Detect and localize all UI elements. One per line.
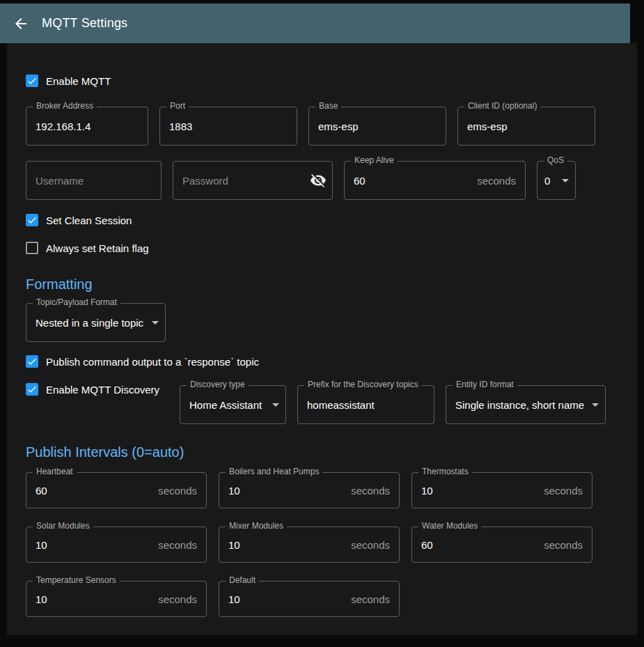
qos-value: 0 <box>544 175 550 187</box>
interval-suffix: seconds <box>158 539 197 551</box>
app-header: MQTT Settings <box>0 3 630 43</box>
entity-id-format-select[interactable]: Entity ID format Single instance, short … <box>446 385 606 424</box>
port-label: Port <box>166 101 189 111</box>
check-icon <box>26 356 38 367</box>
interval-thermostats-field[interactable]: Thermostats 10 seconds <box>411 472 592 508</box>
checkbox-checked-icon <box>26 355 38 368</box>
interval-solar-field[interactable]: Solar Modules 10 seconds <box>26 527 207 563</box>
broker-address-label: Broker Address <box>33 101 97 111</box>
broker-settings-row: Broker Address 192.168.1.4 Port 1883 Bas… <box>26 107 618 146</box>
checkbox-checked-icon <box>26 75 38 87</box>
topic-format-label: Topic/Payload Format <box>33 297 120 308</box>
interval-suffix: seconds <box>351 485 390 497</box>
dropdown-arrow-icon <box>592 403 599 407</box>
client-id-value: ems-esp <box>467 120 508 132</box>
discovery-type-value: Home Assistant <box>189 399 262 411</box>
qos-label: QoS <box>544 155 567 166</box>
enable-discovery-label: Enable MQTT Discovery <box>46 384 159 396</box>
topic-format-select[interactable]: Topic/Payload Format Nested in a single … <box>26 303 166 342</box>
scrollbar-track[interactable] <box>630 3 644 43</box>
toggle-password-visibility-button[interactable] <box>310 172 327 189</box>
interval-water-field[interactable]: Water Modules 60 seconds <box>411 527 592 563</box>
checkbox-unchecked-icon <box>26 242 38 254</box>
qos-select[interactable]: QoS 0 <box>537 161 576 200</box>
interval-heartbeat-field[interactable]: Heartbeat 60 seconds <box>26 472 207 508</box>
interval-suffix: seconds <box>158 593 197 605</box>
check-icon <box>26 384 38 395</box>
settings-panel: Enable MQTT Broker Address 192.168.1.4 P… <box>7 43 637 635</box>
interval-boilers-field[interactable]: Boilers and Heat Pumps 10 seconds <box>219 472 400 508</box>
password-placeholder: Password <box>182 175 228 187</box>
credentials-row: Username Password Keep Alive 60 seconds … <box>26 161 618 200</box>
interval-heartbeat-label: Heartbeat <box>33 467 77 477</box>
discovery-type-select[interactable]: Discovery type Home Assistant <box>180 385 286 424</box>
interval-water-label: Water Modules <box>418 521 481 531</box>
discovery-fields: Discovery type Home Assistant Prefix for… <box>180 385 606 424</box>
keep-alive-label: Keep Alive <box>351 155 398 166</box>
clean-session-label: Set Clean Session <box>46 215 132 226</box>
entity-id-format-label: Entity ID format <box>453 380 517 390</box>
publish-response-checkbox[interactable]: Publish command output to a `response` t… <box>26 354 618 368</box>
interval-default-value: 10 <box>228 593 240 605</box>
keep-alive-value: 60 <box>354 175 366 187</box>
topic-format-row: Topic/Payload Format Nested in a single … <box>26 303 618 342</box>
keep-alive-suffix: seconds <box>477 175 516 187</box>
formatting-heading: Formatting <box>26 276 618 293</box>
dropdown-arrow-icon <box>152 321 159 325</box>
topic-format-value: Nested in a single topic <box>36 317 143 329</box>
page-title: MQTT Settings <box>42 16 127 31</box>
check-icon <box>26 75 38 86</box>
enable-discovery-checkbox[interactable]: Enable MQTT Discovery <box>26 382 180 396</box>
interval-water-value: 60 <box>421 539 433 551</box>
interval-temperature-sensors-label: Temperature Sensors <box>33 575 120 586</box>
arrow-back-icon <box>13 15 29 32</box>
interval-boilers-label: Boilers and Heat Pumps <box>226 467 322 477</box>
interval-boilers-value: 10 <box>228 485 240 497</box>
interval-heartbeat-value: 60 <box>36 485 47 497</box>
interval-solar-value: 10 <box>36 539 47 551</box>
retain-flag-checkbox[interactable]: Always set Retain flag <box>26 241 618 255</box>
interval-suffix: seconds <box>544 539 583 551</box>
interval-solar-label: Solar Modules <box>33 521 93 531</box>
enable-mqtt-label: Enable MQTT <box>46 75 111 87</box>
checkbox-checked-icon <box>26 214 38 226</box>
discovery-type-label: Discovery type <box>187 380 249 390</box>
clean-session-checkbox[interactable]: Set Clean Session <box>26 213 618 227</box>
interval-thermostats-label: Thermostats <box>418 467 472 477</box>
base-field[interactable]: Base ems-esp <box>308 107 446 146</box>
discovery-row: Enable MQTT Discovery Discovery type Hom… <box>26 382 618 424</box>
retain-flag-label: Always set Retain flag <box>46 242 149 254</box>
username-field[interactable]: Username <box>26 161 162 200</box>
intervals-grid: Heartbeat 60 seconds Boilers and Heat Pu… <box>26 472 618 617</box>
interval-suffix: seconds <box>351 539 390 551</box>
keep-alive-field[interactable]: Keep Alive 60 seconds <box>344 161 526 200</box>
base-label: Base <box>315 101 341 111</box>
broker-address-field[interactable]: Broker Address 192.168.1.4 <box>26 107 148 146</box>
publish-response-label: Publish command output to a `response` t… <box>46 356 259 368</box>
port-field[interactable]: Port 1883 <box>159 107 297 146</box>
client-id-label: Client ID (optional) <box>464 101 540 111</box>
password-field[interactable]: Password <box>173 161 333 200</box>
interval-suffix: seconds <box>158 485 197 497</box>
broker-address-value: 192.168.1.4 <box>36 120 91 132</box>
publish-intervals-heading: Publish Intervals (0=auto) <box>26 444 618 460</box>
interval-default-field[interactable]: Default 10 seconds <box>219 581 400 617</box>
interval-temperature-sensors-value: 10 <box>36 593 47 605</box>
page: MQTT Settings Enable MQTT Broker Address… <box>0 0 644 635</box>
interval-temperature-sensors-field[interactable]: Temperature Sensors 10 seconds <box>26 581 207 617</box>
interval-mixer-value: 10 <box>228 539 240 551</box>
username-placeholder: Username <box>36 175 84 187</box>
client-id-field[interactable]: Client ID (optional) ems-esp <box>457 107 595 146</box>
back-button[interactable] <box>13 15 29 32</box>
interval-default-label: Default <box>226 575 259 586</box>
interval-mixer-field[interactable]: Mixer Modules 10 seconds <box>219 527 400 563</box>
port-value: 1883 <box>169 120 192 132</box>
entity-id-format-value: Single instance, short name <box>455 399 584 411</box>
base-value: ems-esp <box>318 120 359 132</box>
discovery-prefix-field[interactable]: Prefix for the Discovery topics homeassi… <box>297 385 434 424</box>
dropdown-arrow-icon <box>272 403 279 407</box>
check-icon <box>26 215 38 226</box>
discovery-prefix-label: Prefix for the Discovery topics <box>304 380 422 390</box>
enable-mqtt-checkbox[interactable]: Enable MQTT <box>26 74 618 88</box>
interval-mixer-label: Mixer Modules <box>226 521 287 531</box>
